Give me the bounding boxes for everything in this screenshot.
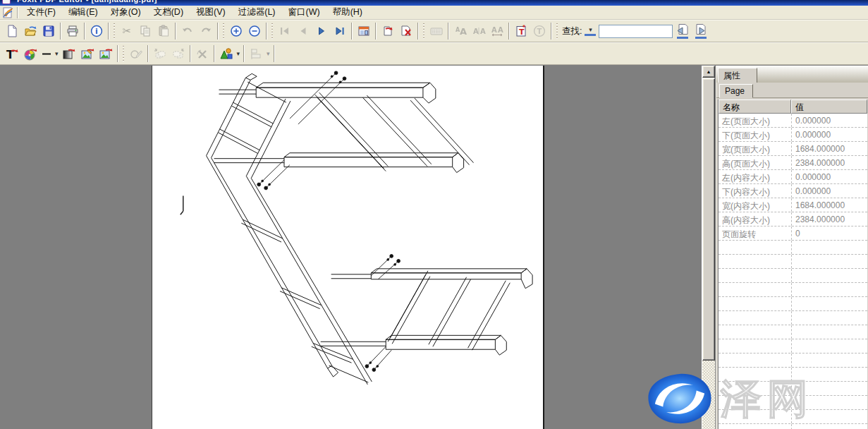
property-row[interactable]: 下(内容大小) 0.000000 xyxy=(719,184,867,198)
property-value[interactable]: 0.000000 xyxy=(791,184,867,198)
scrollbar-thumb[interactable] xyxy=(702,78,715,361)
gradient-fill-icon xyxy=(62,47,76,61)
edit-object-button[interactable] xyxy=(127,44,145,63)
toolbar-grip[interactable] xyxy=(556,23,559,39)
gradient-fill-button[interactable] xyxy=(60,44,78,63)
toolbar-grip[interactable] xyxy=(271,23,274,39)
menu-bar: 文件(F) 编辑(E) 对象(O) 文档(D) 视图(V) 过滤器(L) 窗口(… xyxy=(0,6,868,20)
delete-page-button[interactable] xyxy=(397,22,415,40)
menu-edit[interactable]: 编辑(E) xyxy=(62,5,104,20)
find-input[interactable] xyxy=(599,25,673,38)
send-backward-button[interactable] xyxy=(169,44,188,63)
zoom-in-button[interactable] xyxy=(227,22,245,40)
line-tool-button[interactable] xyxy=(39,44,54,63)
property-value[interactable]: 0.000000 xyxy=(791,114,867,127)
property-row[interactable]: 左(页面大小) 0.000000 xyxy=(719,114,867,128)
copy-button[interactable] xyxy=(136,22,154,40)
circled-text-button[interactable]: T xyxy=(530,22,549,40)
empty-row xyxy=(719,241,867,255)
column-header-value[interactable]: 值 xyxy=(791,99,867,114)
property-row[interactable]: 下(页面大小) 0.000000 xyxy=(719,128,867,142)
info-button[interactable]: i xyxy=(87,22,106,40)
add-color-button[interactable] xyxy=(21,44,39,63)
column-header-name[interactable]: 名称 xyxy=(719,99,791,114)
toolbar-grip[interactable] xyxy=(222,23,226,39)
find-dropdown[interactable]: ▾ xyxy=(585,26,596,36)
align-tool-dropdown[interactable]: ▾ xyxy=(265,50,271,57)
align-tool-button[interactable] xyxy=(247,44,265,63)
previous-page-button[interactable] xyxy=(294,22,312,40)
document-canvas[interactable] xyxy=(0,66,702,429)
menu-filter[interactable]: 过滤器(L) xyxy=(232,5,282,20)
property-value[interactable]: 1684.000000 xyxy=(791,142,867,155)
menu-document[interactable]: 文档(D) xyxy=(147,5,190,20)
find-previous-button[interactable] xyxy=(676,23,690,39)
property-value[interactable]: 0 xyxy=(791,226,867,240)
property-value[interactable]: 1684.000000 xyxy=(791,198,867,212)
new-document-icon xyxy=(6,25,18,37)
font-size-button[interactable]: A A xyxy=(451,22,470,40)
font-width-button[interactable]: A A xyxy=(488,22,506,40)
toolbar-grip[interactable] xyxy=(122,46,126,61)
tab-properties[interactable]: 属性 xyxy=(718,68,757,83)
cut-button[interactable]: ✂ xyxy=(118,22,136,40)
tab-page[interactable]: Page xyxy=(719,84,753,98)
add-image-button[interactable] xyxy=(97,44,115,63)
menu-file[interactable]: 文件(F) xyxy=(20,5,62,20)
shapes-tool-dropdown[interactable]: ▾ xyxy=(236,50,242,57)
add-text-tool-button[interactable]: T xyxy=(3,44,21,63)
toolbar-separator xyxy=(60,23,61,40)
property-value[interactable]: 0.000000 xyxy=(791,170,867,183)
vertical-scrollbar[interactable]: ▲ xyxy=(702,66,714,429)
delete-object-icon xyxy=(195,47,209,61)
property-row[interactable]: 宽(页面大小) 1684.000000 xyxy=(719,142,867,156)
menu-help[interactable]: 帮助(H) xyxy=(326,5,369,20)
shapes-tool-button[interactable] xyxy=(217,44,236,63)
empty-row xyxy=(719,368,867,382)
paste-button[interactable] xyxy=(154,22,173,40)
print-button[interactable] xyxy=(63,22,82,40)
font-spacing-button[interactable]: A A xyxy=(470,22,488,40)
open-button[interactable] xyxy=(21,22,39,40)
new-document-button[interactable] xyxy=(3,22,21,40)
delete-object-button[interactable] xyxy=(193,44,212,63)
toolbar-grip[interactable] xyxy=(113,23,116,39)
keyboard-icon xyxy=(429,25,444,37)
property-value[interactable]: 2384.000000 xyxy=(791,212,867,226)
property-row[interactable]: 高(页面大小) 2384.000000 xyxy=(719,156,867,170)
property-value[interactable]: 2384.000000 xyxy=(791,156,867,169)
undo-button[interactable] xyxy=(178,22,197,40)
next-page-button[interactable] xyxy=(312,22,331,40)
toolbar-grip[interactable] xyxy=(422,23,426,39)
toolbar-separator xyxy=(217,23,219,40)
page-layout-button[interactable] xyxy=(355,22,373,40)
find-next-button[interactable] xyxy=(694,23,708,39)
property-row[interactable]: 页面旋转 0 xyxy=(719,226,867,241)
redo-button[interactable] xyxy=(197,22,215,40)
pdf-page[interactable] xyxy=(152,66,544,429)
property-row[interactable]: 左(内容大小) 0.000000 xyxy=(719,170,867,184)
edit-image-icon xyxy=(80,47,94,61)
save-button[interactable] xyxy=(39,22,58,40)
menu-window[interactable]: 窗口(W) xyxy=(282,5,326,20)
property-name: 高(页面大小) xyxy=(719,156,791,169)
zoom-out-button[interactable] xyxy=(245,22,264,40)
last-page-button[interactable] xyxy=(331,22,349,40)
info-icon: i xyxy=(90,25,103,37)
insert-page-button[interactable] xyxy=(379,22,397,40)
edit-image-button[interactable] xyxy=(78,44,97,63)
first-page-button[interactable] xyxy=(276,22,294,40)
keyboard-button[interactable] xyxy=(427,22,446,40)
bring-forward-button[interactable] xyxy=(151,44,169,63)
property-value[interactable]: 0.000000 xyxy=(791,128,867,141)
page-layout-icon xyxy=(357,25,370,37)
scrollbar-track[interactable] xyxy=(702,361,715,429)
menu-object[interactable]: 对象(O) xyxy=(104,5,147,20)
property-row[interactable]: 宽(内容大小) 1684.000000 xyxy=(719,198,867,212)
line-tool-dropdown[interactable]: ▾ xyxy=(54,50,60,57)
add-text-page-button[interactable]: T * xyxy=(512,22,530,40)
print-icon xyxy=(66,25,79,37)
scroll-up-arrow-icon[interactable]: ▲ xyxy=(702,66,715,78)
property-row[interactable]: 高(内容大小) 2384.000000 xyxy=(719,212,867,226)
menu-view[interactable]: 视图(V) xyxy=(190,5,232,20)
